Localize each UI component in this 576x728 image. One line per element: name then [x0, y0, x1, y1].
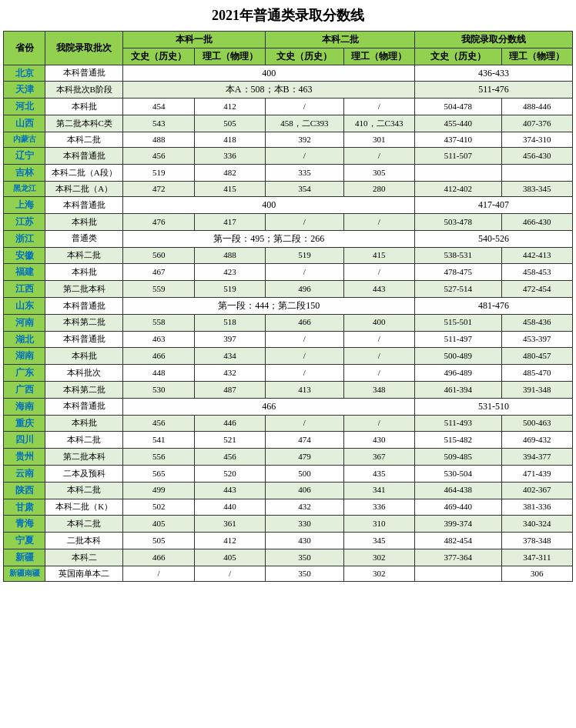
table-row: 安徽本科二批560488519415538-531442-413 — [4, 247, 573, 264]
cell-province: 陕西 — [4, 482, 45, 499]
table-row: 黑龙江本科二批（A）472415354280412-402383-345 — [4, 181, 573, 196]
cell-b2-li: 443 — [343, 281, 414, 298]
cell-batch: 本科二批 — [45, 247, 123, 264]
cell-my-wen: 478-475 — [414, 264, 501, 281]
cell-b2-wen: / — [266, 148, 343, 165]
cell-b2-wen: 496 — [266, 281, 343, 298]
cell-b1-wen: 530 — [123, 381, 194, 398]
cell-province: 上海 — [4, 197, 45, 214]
cell-province: 重庆 — [4, 415, 45, 432]
cell-merged-batch: 本A：508；本B：463 — [123, 82, 415, 99]
cell-my-li: 458-436 — [501, 314, 572, 331]
cell-province: 甘肃 — [4, 499, 45, 516]
cell-my-wen: 531-510 — [414, 398, 572, 415]
cell-my-li: 500-463 — [501, 415, 572, 432]
cell-province: 安徽 — [4, 247, 45, 264]
cell-my-li: 458-453 — [501, 264, 572, 281]
score-table: 省份 我院录取批次 本科一批 本科二批 我院录取分数线 文史（历史） 理工（物理… — [3, 31, 573, 582]
cell-batch: 本科批 — [45, 415, 123, 432]
cell-b1-wen: 466 — [123, 549, 194, 566]
cell-b2-li: 301 — [343, 132, 414, 147]
cell-my-li: 442-413 — [501, 247, 572, 264]
table-row: 吉林本科二批（A段）519482335305 — [4, 164, 573, 181]
table-row: 辽宁本科普通批456336//511-507456-430 — [4, 148, 573, 165]
cell-b2-wen: / — [266, 213, 343, 230]
cell-b1-wen: 558 — [123, 314, 194, 331]
table-row: 宁夏二批本科505412430345482-454378-348 — [4, 533, 573, 549]
cell-b1-wen: 560 — [123, 247, 194, 264]
table-row: 北京本科普通批400436-433 — [4, 65, 573, 82]
cell-b1-li: 440 — [194, 499, 265, 516]
cell-b2-wen: / — [266, 264, 343, 281]
cell-batch: 二批本科 — [45, 533, 123, 549]
cell-my-wen: 437-410 — [414, 132, 501, 147]
cell-batch: 本科第二批 — [45, 381, 123, 398]
table-row: 天津本科批次B阶段本A：508；本B：463511-476 — [4, 82, 573, 99]
cell-my-wen: 417-407 — [414, 197, 572, 214]
cell-b2-li: 305 — [343, 164, 414, 181]
cell-b1-wen: 565 — [123, 465, 194, 482]
cell-merged-batch: 400 — [123, 197, 415, 214]
table-row: 内蒙古本科二批488418392301437-410374-310 — [4, 132, 573, 147]
table-row: 青海本科二批405361330310399-374340-324 — [4, 516, 573, 533]
cell-batch: 本科二批 — [45, 132, 123, 147]
cell-b2-li: 345 — [343, 533, 414, 549]
cell-my-wen: 511-476 — [414, 82, 572, 99]
cell-merged-batch: 466 — [123, 398, 415, 415]
cell-b1-wen: 499 — [123, 482, 194, 499]
cell-b2-li: / — [343, 99, 414, 115]
cell-b2-wen: 350 — [266, 549, 343, 566]
cell-b1-li: 405 — [194, 549, 265, 566]
cell-province: 辽宁 — [4, 148, 45, 165]
cell-b1-li: 482 — [194, 164, 265, 181]
cell-b1-li: 415 — [194, 181, 265, 196]
cell-b2-wen: 519 — [266, 247, 343, 264]
cell-province: 北京 — [4, 65, 45, 82]
page-title: 2021年普通类录取分数线 — [3, 6, 573, 25]
cell-b1-li: 446 — [194, 415, 265, 432]
cell-b1-wen: 556 — [123, 449, 194, 466]
cell-my-wen: 482-454 — [414, 533, 501, 549]
cell-batch: 二本及预科 — [45, 465, 123, 482]
cell-my-li: 378-348 — [501, 533, 572, 549]
cell-b2-li: / — [343, 148, 414, 165]
cell-batch: 本科普通批 — [45, 65, 123, 82]
cell-b2-wen: 458，二C393 — [266, 115, 343, 132]
cell-b1-wen: 472 — [123, 181, 194, 196]
cell-b1-wen: 476 — [123, 213, 194, 230]
cell-my-wen: 504-478 — [414, 99, 501, 115]
cell-my-li: 391-348 — [501, 381, 572, 398]
cell-b1-wen: 519 — [123, 164, 194, 181]
cell-my-wen: 481-476 — [414, 297, 572, 314]
cell-province: 海南 — [4, 398, 45, 415]
cell-b2-li: / — [343, 415, 414, 432]
cell-my-wen: 455-440 — [414, 115, 501, 132]
cell-batch: 本科普通批 — [45, 197, 123, 214]
cell-batch: 本科普通批 — [45, 148, 123, 165]
cell-b2-li: 280 — [343, 181, 414, 196]
cell-b2-li: 435 — [343, 465, 414, 482]
cell-province: 山东 — [4, 297, 45, 314]
table-row: 新疆本科二466405350302377-364347-311 — [4, 549, 573, 566]
cell-b2-wen: 335 — [266, 164, 343, 181]
cell-my-li: 485-470 — [501, 365, 572, 382]
cell-b2-li: 430 — [343, 432, 414, 449]
cell-b2-li: 341 — [343, 482, 414, 499]
cell-b2-li: 410，二C343 — [343, 115, 414, 132]
cell-b1-li: 521 — [194, 432, 265, 449]
cell-batch: 本科批 — [45, 264, 123, 281]
cell-my-wen: 503-478 — [414, 213, 501, 230]
cell-batch: 本科二批（K） — [45, 499, 123, 516]
cell-my-li: 407-376 — [501, 115, 572, 132]
cell-b1-li: 336 — [194, 148, 265, 165]
cell-b1-wen: 505 — [123, 533, 194, 549]
cell-b2-wen: 354 — [266, 181, 343, 196]
col-batch1-header: 本科一批 — [123, 32, 266, 48]
cell-province: 宁夏 — [4, 533, 45, 549]
table-row: 江西第二批本科559519496443527-514472-454 — [4, 281, 573, 298]
cell-b1-wen: 405 — [123, 516, 194, 533]
cell-province: 河北 — [4, 99, 45, 115]
cell-batch: 本科二批 — [45, 516, 123, 533]
cell-province: 新疆 — [4, 549, 45, 566]
cell-batch: 本科二批 — [45, 482, 123, 499]
